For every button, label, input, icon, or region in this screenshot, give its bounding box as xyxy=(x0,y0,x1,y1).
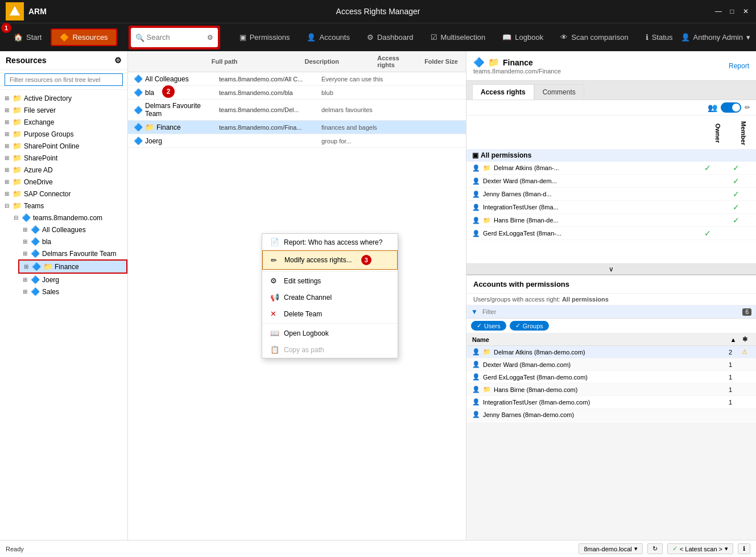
tree-item-finance[interactable]: ⊞ 🔷 📁 Finance xyxy=(18,259,127,274)
logbook-icon: 📖 xyxy=(270,329,279,337)
ctx-report[interactable]: 📄 Report: Who has access where? xyxy=(262,234,398,250)
perm-row[interactable]: 👤 Jenny Barnes (8man-d... ✓ xyxy=(466,188,756,201)
status-text: Ready xyxy=(6,546,24,552)
tab-dashboard[interactable]: ⚙ Dashboard xyxy=(359,30,422,45)
ctx-open-logbook[interactable]: 📖 Open Logbook xyxy=(262,325,398,341)
settings-icon[interactable]: ⚙ xyxy=(114,56,122,65)
tab-accounts[interactable]: 👤 Accounts xyxy=(299,30,357,45)
tree-item-active-directory[interactable]: ⊞ 📁 Active Directory xyxy=(0,92,127,104)
folder-icon: 📁 xyxy=(13,118,22,126)
minimize-button[interactable]: — xyxy=(714,7,723,16)
ctx-copy-path[interactable]: 📋 Copy as path xyxy=(262,341,398,358)
right-panel-header: 🔷 📁 Finance teams.8mandemo.com/Finance R… xyxy=(466,51,756,81)
table-row[interactable]: 🔷 All Colleagues teams.8mandemo.com/All … xyxy=(128,72,466,86)
account-row[interactable]: 👤 📁 Hans Birne (8man-demo.com) 1 xyxy=(466,383,756,396)
account-row[interactable]: 👤 📁 Delmar Atkins (8man-demo.com) 2 ⚠ xyxy=(466,346,756,358)
expand-icon[interactable]: ⊞ xyxy=(23,277,28,283)
user-icon: 👤 xyxy=(472,348,480,356)
table-row[interactable]: 🔷 bla teams.8mandemo.com/bla blub xyxy=(128,86,466,100)
groups-tag[interactable]: ✓ Groups xyxy=(510,321,549,331)
account-row[interactable]: 👤 Jenny Barnes (8man-demo.com) xyxy=(466,409,756,421)
expand-icon[interactable]: ⊞ xyxy=(5,143,10,149)
expand-icon[interactable]: ⊞ xyxy=(5,119,10,125)
tree-item-8mandemo[interactable]: ⊟ 🔷 teams.8mandemo.com xyxy=(9,212,127,224)
expand-icon[interactable]: ⊞ xyxy=(23,226,28,233)
tree-item-bla[interactable]: ⊞ 🔷 bla xyxy=(18,236,127,247)
more-icon[interactable]: ✻ xyxy=(739,336,750,343)
toggle-switch[interactable] xyxy=(721,102,741,113)
expand-icon[interactable]: ⊞ xyxy=(5,167,10,173)
tab-status[interactable]: ℹ Status xyxy=(638,30,681,45)
tab-start[interactable]: 🏠 Start xyxy=(6,30,49,45)
table-row-finance[interactable]: 🔷 📁 Finance teams.8mandemo.com/Fina... f… xyxy=(128,121,466,134)
sort-arrow[interactable]: ▲ xyxy=(728,336,739,343)
ctx-edit-settings[interactable]: ⚙ Edit settings xyxy=(262,273,398,289)
tree-item-teams[interactable]: ⊟ 📁 Teams xyxy=(0,200,127,212)
teams-icon: 🔷 xyxy=(31,237,40,246)
tab-access-rights[interactable]: Access rights xyxy=(472,84,534,100)
perm-row[interactable]: 👤 Dexter Ward (8man-dem... ✓ xyxy=(466,175,756,188)
domain-selector[interactable]: 8man-demo.local ▾ xyxy=(579,543,642,554)
expand-icon[interactable]: ⊞ xyxy=(23,250,28,257)
expand-icon[interactable]: ⊞ xyxy=(24,263,30,270)
tree-item-sales[interactable]: ⊞ 🔷 Sales xyxy=(18,286,127,298)
expand-icon[interactable]: ⊟ xyxy=(14,214,19,221)
ctx-create-channel[interactable]: 📢 Create Channel xyxy=(262,289,398,306)
expand-icon[interactable]: ⊞ xyxy=(5,107,10,113)
tree-item-exchange[interactable]: ⊞ 📁 Exchange xyxy=(0,116,127,128)
expand-icon[interactable]: ⊞ xyxy=(23,238,28,245)
refresh-button[interactable]: ↻ xyxy=(647,543,663,554)
tree-item-azure-ad[interactable]: ⊞ 📁 Azure AD xyxy=(0,164,127,176)
account-row[interactable]: 👤 IntegrationTestUser (8man-demo.com) 1 xyxy=(466,396,756,409)
tab-resources[interactable]: 🔶 Resources xyxy=(51,28,117,46)
tab-scan-comparison[interactable]: 👁 Scan comparison xyxy=(552,30,636,45)
tree-item-joerg[interactable]: ⊞ 🔷 Joerg xyxy=(18,274,127,286)
table-row[interactable]: 🔷 Delmars Favourite Team teams.8mandemo.… xyxy=(128,100,466,121)
perm-row[interactable]: 👤 📁 Hans Birne (8man-de... ✓ xyxy=(466,214,756,227)
tree-item-file-server[interactable]: ⊞ 📁 File server xyxy=(0,104,127,116)
account-count: 1 xyxy=(722,386,739,393)
ctx-modify-access[interactable]: ✏ Modify access rights... 3 xyxy=(262,250,398,270)
perm-row[interactable]: 👤 📁 Delmar Atkins (8man-... ✓ ✓ xyxy=(466,162,756,175)
collapse-icon[interactable]: ▣ xyxy=(472,151,478,159)
search-settings-icon[interactable]: ⚙ xyxy=(207,34,213,42)
titlebar: ARM Access Rights Manager — □ ✕ xyxy=(0,0,756,23)
tree-item-delmars[interactable]: ⊞ 🔷 Delmars Favourite Team xyxy=(18,247,127,259)
account-row[interactable]: 👤 Gerd ExLoggaTest (8man-demo.com) 1 xyxy=(466,371,756,383)
accounts-filter-input[interactable] xyxy=(482,308,738,315)
info-button[interactable]: ℹ xyxy=(738,543,750,554)
expand-icon[interactable]: ⊞ xyxy=(5,179,10,185)
tree-item-purpose-groups[interactable]: ⊞ 📁 Purpose Groups xyxy=(0,128,127,140)
account-name: 👤 IntegrationTestUser (8man-demo.com) xyxy=(472,398,722,406)
edit-icon[interactable]: ✏ xyxy=(745,104,750,112)
ctx-delete-team[interactable]: ✕ Delete Team xyxy=(262,306,398,322)
expand-icon[interactable]: ⊟ xyxy=(5,203,10,209)
perm-row[interactable]: 👤 Gerd ExLoggaTest (8man-... ✓ xyxy=(466,227,756,240)
expand-icon[interactable]: ⊞ xyxy=(23,288,28,295)
tree-item-sharepoint[interactable]: ⊞ 📁 SharePoint xyxy=(0,152,127,164)
table-row[interactable]: 🔷 Joerg group for... xyxy=(128,134,466,148)
perm-member-check: ✓ xyxy=(722,189,750,199)
expand-icon[interactable]: ⊞ xyxy=(5,155,10,161)
tree-item-onedrive[interactable]: ⊞ 📁 OneDrive xyxy=(0,176,127,188)
tree-item-sap-connector[interactable]: ⊞ 📁 SAP Connector xyxy=(0,188,127,200)
user-area[interactable]: 👤 Anthony Admin ▾ xyxy=(681,33,750,42)
expand-icon[interactable]: ⊞ xyxy=(5,131,10,137)
account-row[interactable]: 👤 Dexter Ward (8man-demo.com) 1 xyxy=(466,358,756,371)
expand-icon[interactable]: ⊞ xyxy=(5,95,10,101)
tree-item-all-colleagues[interactable]: ⊞ 🔷 All Colleagues xyxy=(18,224,127,236)
perm-row[interactable]: 👤 IntegrationTestUser (8ma... ✓ xyxy=(466,201,756,214)
tab-permissions[interactable]: ▣ Permissions xyxy=(232,30,298,45)
collapse-handle[interactable]: ∨ xyxy=(466,263,756,274)
filter-input[interactable] xyxy=(5,73,123,86)
close-button[interactable]: ✕ xyxy=(741,7,750,16)
tab-comments[interactable]: Comments xyxy=(534,84,584,100)
tab-logbook[interactable]: 📖 Logbook xyxy=(494,30,551,45)
maximize-button[interactable]: □ xyxy=(728,7,737,16)
scan-selector[interactable]: ✓ < Latest scan > ▾ xyxy=(667,543,733,554)
report-link[interactable]: Report xyxy=(729,62,749,70)
users-tag[interactable]: ✓ Users xyxy=(471,321,506,331)
tab-multiselection[interactable]: ☑ Multiselection xyxy=(423,30,494,45)
tree-item-sharepoint-online[interactable]: ⊞ 📁 SharePoint Online xyxy=(0,140,127,152)
expand-icon[interactable]: ⊞ xyxy=(5,191,10,197)
